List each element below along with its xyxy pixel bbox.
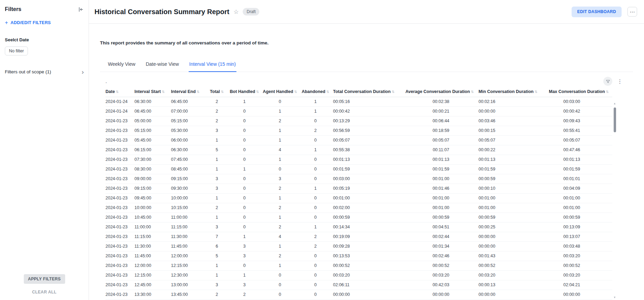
table-cell: 2 xyxy=(207,290,229,299)
table-cell: 00:00:52 xyxy=(405,261,479,270)
table-cell: 0 xyxy=(300,213,333,222)
table-cell: 00:02:16 xyxy=(479,97,549,106)
table-cell: 00:02:38 xyxy=(405,97,479,106)
sort-icon: ⇅ xyxy=(116,90,119,94)
table-row: 2024-01-2305:00:0005:15:00202000:13:2900… xyxy=(105,116,612,126)
table-cell: 00:13:53 xyxy=(333,251,405,261)
scroll-up-icon[interactable]: ▲ xyxy=(613,102,616,105)
column-header[interactable]: Interval End⇅ xyxy=(171,86,207,97)
table-cell: 00:05:19 xyxy=(333,184,405,193)
filters-out-of-scope-label: Filters out of scope (1) xyxy=(5,69,51,74)
scroll-down-icon[interactable]: ▼ xyxy=(613,296,616,299)
table-cell: 00:00:42 xyxy=(333,106,405,116)
table-cell: 3 xyxy=(229,241,262,251)
table-cell: 3 xyxy=(207,280,229,290)
column-header[interactable]: Total⇅ xyxy=(207,86,229,97)
table-cell: 2 xyxy=(207,116,229,126)
column-header[interactable]: Bot Handled⇅ xyxy=(229,86,262,97)
sort-icon: ⇅ xyxy=(535,90,537,94)
column-header[interactable]: Max Conversation Duration⇅ xyxy=(549,86,612,97)
table-row: 2024-01-2306:15:0006:30:00504100:55:3800… xyxy=(105,145,612,155)
column-label: Total xyxy=(210,89,220,94)
table-cell: 07:00:00 xyxy=(171,106,207,116)
table-cell: 00:01:59 xyxy=(405,164,479,174)
table-cell: 0 xyxy=(229,193,262,203)
widget-menu-button[interactable]: ⋮ xyxy=(616,78,624,85)
table-cell: 3 xyxy=(229,280,262,290)
table-cell: 00:13:29 xyxy=(333,116,405,126)
table-cell: 1 xyxy=(300,184,333,193)
table-cell: 0 xyxy=(262,290,300,299)
table-cell: 06:45:00 xyxy=(171,97,207,106)
table-cell: 2 xyxy=(300,126,333,135)
table-cell: 00:03:00 xyxy=(333,174,405,184)
table-cell: 00:03:20 xyxy=(549,270,612,280)
table-cell: 00:00:00 xyxy=(549,290,612,299)
table-row: 2024-01-2308:30:0008:45:00110000:01:5900… xyxy=(105,164,612,174)
table-cell: 00:00:59 xyxy=(549,213,612,222)
column-header[interactable]: Average Conversation Duration⇅ xyxy=(405,86,479,97)
tab-weekly-view[interactable]: Weekly View xyxy=(107,61,136,72)
tab-interval-view-15-min[interactable]: Interval View (15 min) xyxy=(189,61,237,72)
table-cell: 0 xyxy=(262,280,300,290)
table-cell: 2024-01-23 xyxy=(105,261,134,270)
column-header[interactable]: Total Conversation Duration⇅ xyxy=(333,86,405,97)
table-cell: 00:47:46 xyxy=(549,145,612,155)
table-cell: 2024-01-23 xyxy=(105,280,134,290)
collapse-sidebar-icon[interactable] xyxy=(78,7,84,12)
edit-dashboard-button[interactable]: EDIT DASHBOARD xyxy=(572,7,622,17)
table-row: 2024-01-2307:30:0007:45:00101000:01:1300… xyxy=(105,155,612,164)
table-cell: 11:15:00 xyxy=(171,222,207,232)
table-cell: 2 xyxy=(262,116,300,126)
scrollbar-thumb[interactable] xyxy=(614,107,616,132)
sidebar-header: Filters xyxy=(5,6,84,12)
date-filter-chip[interactable]: No filter xyxy=(5,46,28,55)
table-cell: 09:45:00 xyxy=(134,193,171,203)
table-cell: 1 xyxy=(300,106,333,116)
table-cell: 00:00:42 xyxy=(549,106,612,116)
column-header[interactable]: Min Conversation Duration⇅ xyxy=(479,86,549,97)
table-cell: 0 xyxy=(300,251,333,261)
table-cell: 2024-01-23 xyxy=(105,193,134,203)
table-cell: 2 xyxy=(300,232,333,241)
table-cell: 1 xyxy=(262,261,300,270)
table-cell: 2 xyxy=(262,203,300,213)
table-cell: 00:00:59 xyxy=(405,213,479,222)
table-cell: 1 xyxy=(207,155,229,164)
table-cell: 2024-01-23 xyxy=(105,184,134,193)
table-cell: 00:03:20 xyxy=(479,270,549,280)
table-row: 2024-01-2406:30:0006:45:00210100:05:1600… xyxy=(105,97,612,106)
more-options-button[interactable]: ⋯ xyxy=(627,7,637,17)
main-area: Historical Conversation Summary Report ☆… xyxy=(89,0,644,300)
table-cell: 2 xyxy=(262,222,300,232)
table-cell: 00:01:00 xyxy=(479,203,549,213)
add-edit-filters-button[interactable]: + ADD/EDIT FILTERS xyxy=(5,20,51,25)
table-filter-button[interactable] xyxy=(603,77,612,86)
ellipsis-icon: ⋯ xyxy=(630,9,635,14)
table-body: 2024-01-2406:30:0006:45:00210100:05:1600… xyxy=(105,97,612,299)
column-header[interactable]: Date⇅ xyxy=(105,86,134,97)
table-cell: 1 xyxy=(300,222,333,232)
table-cell: 00:14:34 xyxy=(333,222,405,232)
column-header[interactable]: Abandoned⇅ xyxy=(300,86,333,97)
apply-filters-button[interactable]: APPLY FILTERS xyxy=(24,274,65,284)
table-cell: 00:19:09 xyxy=(333,232,405,241)
column-header[interactable]: Interval Start⇅ xyxy=(134,86,171,97)
table-cell: 05:45:00 xyxy=(134,135,171,145)
table-cell: 00:03:00 xyxy=(549,97,612,106)
table-cell: 7 xyxy=(207,232,229,241)
table-cell: 11:30:00 xyxy=(134,241,171,251)
filters-out-of-scope[interactable]: Filters out of scope (1) › xyxy=(5,69,84,75)
table-cell: 00:00:22 xyxy=(479,145,549,155)
report-content: This report provides the summary of all … xyxy=(89,24,644,300)
tab-date-wise-view[interactable]: Date-wise View xyxy=(145,61,180,72)
table-cell: 2 xyxy=(300,241,333,251)
column-header[interactable]: Agent Handled⇅ xyxy=(262,86,300,97)
table-cell: 12:00:00 xyxy=(134,261,171,270)
table-cell: 00:00:59 xyxy=(333,213,405,222)
table-cell: 0 xyxy=(229,155,262,164)
table-cell: 2024-01-23 xyxy=(105,213,134,222)
filters-sidebar: Filters + ADD/EDIT FILTERS Seelct Date N… xyxy=(0,0,89,300)
clear-all-button[interactable]: CLEAR ALL xyxy=(32,290,57,294)
favorite-star-icon[interactable]: ☆ xyxy=(233,9,239,15)
